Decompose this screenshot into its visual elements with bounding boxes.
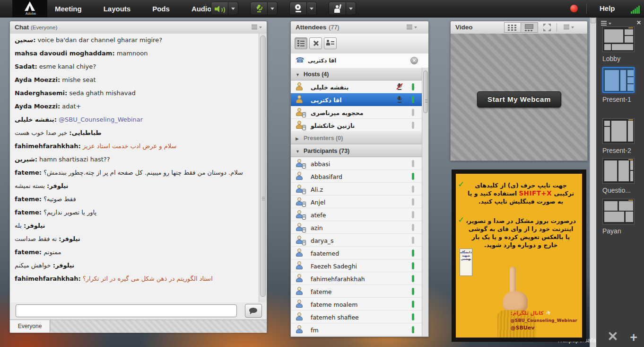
layout-tools-icon[interactable]	[608, 331, 618, 341]
menu-pods[interactable]: Pods	[152, 5, 170, 13]
connection-status-bar	[412, 301, 414, 308]
layout-item-present2[interactable]: Present-2	[602, 118, 638, 154]
connection-signal-icon[interactable]	[631, 5, 642, 14]
attendee-row[interactable]: darya_s	[291, 234, 422, 247]
attendee-row[interactable]: نازنین خانکشلو	[291, 119, 422, 132]
layout-item-present1[interactable]: Present-1	[602, 67, 638, 103]
attendee-row[interactable]: بنفشه خلیلی	[291, 80, 422, 93]
chat-input[interactable]	[16, 304, 237, 317]
sidebar-close-icon[interactable]: ✕	[636, 19, 641, 26]
attendee-name: azin	[311, 224, 323, 231]
chevron-down-icon: ▼	[296, 72, 300, 77]
raise-hand-dropdown[interactable]	[346, 2, 356, 15]
layout-item-questions[interactable]: Questio...	[602, 158, 638, 194]
attendee-row[interactable]: اقا دکتریی	[291, 93, 422, 106]
attendee-row[interactable]: Abbasifard	[291, 170, 422, 183]
attendee-group-label: Hosts (4)	[304, 71, 329, 78]
chat-title: Chat	[15, 24, 29, 31]
clear-active-speaker-button[interactable]: ✕	[410, 57, 418, 64]
chat-message: fateme: ممنونم	[10, 246, 267, 259]
attendee-group-header[interactable]: ▼Hosts (4)	[291, 68, 422, 80]
chat-message: نیلوفر: خواهش میکنم	[10, 259, 267, 272]
menu-meeting[interactable]: Meeting	[55, 5, 82, 13]
layout-item-lobby[interactable]: Lobby	[602, 27, 638, 62]
host-avatar	[295, 108, 305, 116]
microphone-muted-icon	[256, 5, 262, 13]
chat-message-sender: fateme:	[15, 249, 42, 256]
attendee-group-header[interactable]: ▼Participants (73)	[291, 144, 422, 157]
attendees-scrollbar-thumb[interactable]	[423, 71, 428, 113]
layout-thumbnail-payan[interactable]	[602, 199, 635, 224]
filmstrip-view-button[interactable]	[521, 22, 538, 33]
chat-scrollbar-thumb[interactable]	[260, 36, 266, 297]
attendee-list-view-button[interactable]	[295, 37, 307, 49]
chat-message-sender: Naderghasemi:	[15, 89, 67, 97]
menu-layouts[interactable]: Layouts	[104, 5, 131, 13]
chat-message: سحین: voice ba'dan dar channel gharar mi…	[10, 34, 267, 47]
layout-thumbnail-lobby[interactable]	[602, 27, 635, 52]
participant-avatar	[295, 185, 305, 193]
attendee-row[interactable]: fm	[291, 323, 422, 336]
chat-pod-menu-icon[interactable]	[252, 25, 262, 30]
attendee-name: darya_s	[311, 237, 334, 244]
attendee-row[interactable]: faatemed	[291, 247, 422, 259]
sidebar-menu-icon[interactable]	[601, 21, 611, 27]
participant-avatar	[295, 261, 305, 270]
webcam-button[interactable]	[289, 2, 307, 15]
tab-everyone[interactable]: Everyone	[10, 320, 50, 333]
attendee-row[interactable]: Faezeh Sadeghi	[291, 259, 422, 272]
video-pod-menu-icon[interactable]	[564, 25, 574, 30]
attendee-group-header[interactable]: ▶Presenters (0)	[291, 132, 422, 144]
attendee-status-view-button[interactable]	[324, 37, 337, 49]
attendee-row[interactable]: fatemeh shafiee	[291, 311, 422, 323]
help-menu[interactable]: Help	[600, 4, 615, 12]
breakout-view-button[interactable]	[309, 37, 322, 49]
attendee-row[interactable]: Ali.z	[291, 183, 422, 196]
attendee-row[interactable]: fateme moalem	[291, 298, 422, 311]
chat-scrollbar[interactable]	[259, 34, 267, 303]
attendee-row[interactable]: fahimehfarahkhah	[291, 272, 422, 285]
send-message-button[interactable]	[245, 304, 262, 318]
speaker-button[interactable]	[211, 2, 228, 15]
layout-thumbnail-questions[interactable]	[602, 158, 635, 184]
chat-message-sender: طباطبایی:	[69, 129, 101, 136]
attendees-pod-menu-icon[interactable]	[407, 25, 417, 30]
checkmark-icon: ✓	[458, 180, 464, 188]
attendees-scrollbar[interactable]	[422, 68, 428, 337]
menu-audio[interactable]: Audio	[191, 5, 212, 13]
attendee-row[interactable]: atefe	[291, 208, 422, 221]
layout-thumbnail-present1[interactable]	[602, 67, 635, 93]
chat-message-sender: سحین:	[15, 36, 35, 44]
chat-message-sender: fateme:	[15, 169, 42, 176]
grid-view-button[interactable]	[504, 22, 521, 33]
microphone-dropdown[interactable]	[268, 2, 278, 15]
attendee-row[interactable]: fateme	[291, 285, 422, 298]
chat-message-sender: Ayda Moezzi:	[15, 103, 60, 110]
attendee-row[interactable]: abbasi	[291, 157, 422, 170]
share-pod-scrollbar[interactable]	[590, 17, 596, 347]
chat-message-text: @SBU_Counseling_Webinar	[57, 116, 143, 123]
chat-message-sender: نیلوفر:	[24, 222, 45, 229]
chat-message: Sadat: esme kanal chiye?	[10, 60, 267, 73]
raise-hand-button[interactable]	[329, 2, 346, 15]
attendee-row[interactable]: Anjel	[291, 196, 422, 208]
active-speaker-name: اقا دکتریی	[308, 57, 336, 64]
video-title: Video	[455, 24, 473, 31]
microphone-button[interactable]	[250, 2, 268, 15]
attendee-name: محجوبه میرناصری	[311, 109, 364, 116]
connection-status-bar	[412, 313, 414, 320]
layout-thumbnail-present2[interactable]	[602, 118, 635, 144]
attendee-row[interactable]: محجوبه میرناصری	[291, 106, 422, 119]
speaker-dropdown[interactable]	[228, 2, 238, 15]
layout-item-payan[interactable]: Payan	[602, 199, 638, 235]
add-layout-icon[interactable]: +	[630, 330, 637, 345]
chat-message: شیرین: hamn shartisazi hast??	[10, 153, 267, 166]
fullscreen-icon[interactable]	[543, 24, 551, 31]
start-webcam-button[interactable]: Start My Webcam	[477, 91, 561, 107]
speech-bubble-icon	[249, 308, 257, 313]
thumbnail-accent	[628, 159, 633, 160]
attendee-row[interactable]: azin	[291, 221, 422, 234]
webcam-dropdown[interactable]	[307, 2, 317, 15]
filmstrip-view-icon	[525, 24, 533, 29]
chat-message-text: فقط صوتیه؟	[42, 196, 76, 203]
